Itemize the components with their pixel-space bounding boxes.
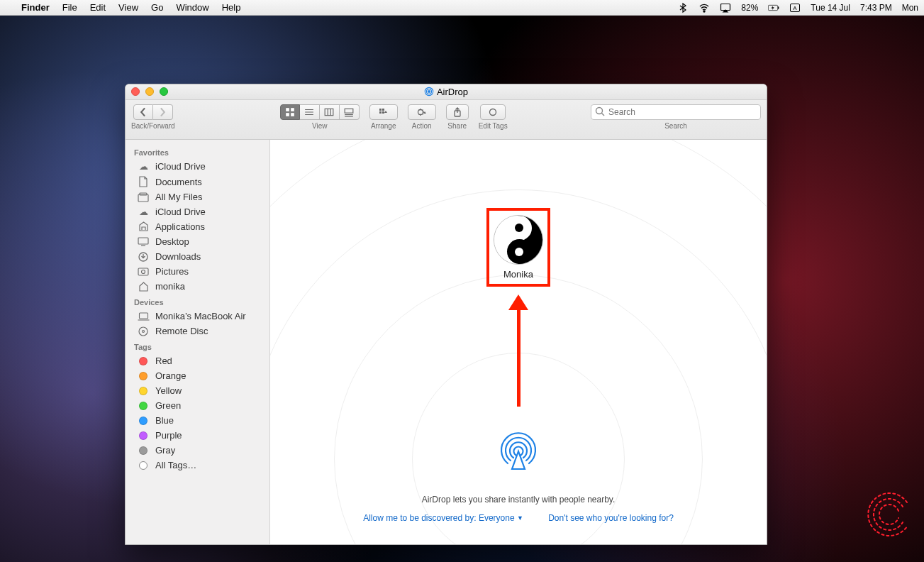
menu-view[interactable]: View xyxy=(118,2,138,13)
menubar-overflow-text: Mon xyxy=(902,3,918,13)
watermark-logo-icon xyxy=(866,490,915,539)
svg-point-40 xyxy=(139,327,147,336)
bluetooth-icon[interactable] xyxy=(677,2,689,13)
svg-rect-9 xyxy=(286,108,289,111)
sidebar-tag-purple[interactable]: Purple xyxy=(126,428,269,443)
sidebar-tag-orange[interactable]: Orange xyxy=(126,368,269,383)
window-minimize-button[interactable] xyxy=(145,87,154,96)
sidebar-item-desktop[interactable]: Desktop xyxy=(126,234,269,249)
annotation-arrow xyxy=(508,294,528,407)
sidebar-item-all-tags[interactable]: All Tags… xyxy=(126,458,269,473)
action-label: Action xyxy=(412,122,432,130)
sidebar-item-macbook[interactable]: Monika’s MacBook Air xyxy=(126,309,269,324)
arrange-label: Arrange xyxy=(371,122,396,130)
arrange-button[interactable] xyxy=(369,104,398,120)
view-coverflow-button[interactable] xyxy=(340,104,360,120)
applications-icon xyxy=(137,221,150,232)
home-icon xyxy=(137,282,150,292)
downloads-icon xyxy=(137,252,150,262)
airdrop-recipient-name: Monika xyxy=(503,269,533,280)
svg-rect-11 xyxy=(286,113,289,116)
back-forward-label: Back/Forward xyxy=(131,122,175,130)
window-zoom-button[interactable] xyxy=(160,87,168,96)
tag-dot-icon xyxy=(139,446,147,455)
input-source-icon[interactable]: A xyxy=(789,2,801,13)
window-titlebar[interactable]: AirDrop xyxy=(126,84,767,100)
cloud-icon: ☁︎ xyxy=(137,206,150,217)
view-icon-button[interactable] xyxy=(280,104,300,120)
svg-rect-1 xyxy=(721,4,730,10)
sidebar-item-downloads[interactable]: Downloads xyxy=(126,249,269,264)
sidebar-tag-yellow[interactable]: Yellow xyxy=(126,383,269,398)
finder-window: AirDrop Back/Forward View Arrange xyxy=(125,84,767,545)
svg-rect-36 xyxy=(138,268,148,275)
edit-tags-button[interactable] xyxy=(480,104,506,120)
svg-rect-10 xyxy=(291,108,294,111)
sidebar-item-remote-disc[interactable]: Remote Disc xyxy=(126,324,269,338)
menu-file[interactable]: File xyxy=(62,2,77,13)
sidebar-tag-red[interactable]: Red xyxy=(126,353,269,368)
airdrop-recipient[interactable]: Monika xyxy=(486,208,550,287)
document-icon xyxy=(137,176,150,187)
all-files-icon xyxy=(137,192,150,202)
search-label: Search xyxy=(664,122,687,130)
airdrop-content: Monika AirDrop lets you share instantly … xyxy=(270,140,767,544)
svg-rect-3 xyxy=(778,6,779,9)
menu-window[interactable]: Window xyxy=(176,2,208,13)
window-close-button[interactable] xyxy=(131,87,140,96)
back-button[interactable] xyxy=(133,104,153,120)
svg-point-0 xyxy=(703,11,705,12)
not-found-link[interactable]: Don't see who you're looking for? xyxy=(548,513,674,523)
battery-percent[interactable]: 82% xyxy=(741,3,758,13)
sidebar-tag-green[interactable]: Green xyxy=(126,398,269,413)
svg-point-37 xyxy=(142,270,145,273)
active-app-name[interactable]: Finder xyxy=(21,2,50,13)
airdrop-info-text: AirDrop lets you share instantly with pe… xyxy=(270,495,767,505)
forward-button[interactable] xyxy=(153,104,173,120)
menubar-date[interactable]: Tue 14 Jul xyxy=(811,3,850,13)
action-button[interactable] xyxy=(408,104,436,120)
tag-dot-icon xyxy=(139,357,147,365)
menu-edit[interactable]: Edit xyxy=(90,2,106,13)
battery-icon[interactable] xyxy=(768,2,779,13)
window-title: AirDrop xyxy=(424,87,468,97)
sidebar-item-pictures[interactable]: Pictures xyxy=(126,264,269,279)
sidebar-item-icloud-drive-2[interactable]: ☁︎iCloud Drive xyxy=(126,204,269,219)
sidebar-tag-gray[interactable]: Gray xyxy=(126,443,269,458)
menu-go[interactable]: Go xyxy=(151,2,163,13)
view-columns-button[interactable] xyxy=(320,104,340,120)
discoverability-dropdown[interactable]: Allow me to be discovered by: Everyone ▼ xyxy=(363,513,523,523)
sidebar-item-icloud-drive[interactable]: ☁︎iCloud Drive xyxy=(126,159,269,174)
svg-rect-38 xyxy=(139,313,147,319)
view-list-button[interactable] xyxy=(300,104,320,120)
svg-rect-19 xyxy=(345,109,353,113)
sidebar-item-home[interactable]: monika xyxy=(126,279,269,294)
cloud-icon: ☁︎ xyxy=(137,161,150,172)
svg-rect-12 xyxy=(291,113,294,116)
svg-point-26 xyxy=(418,110,423,115)
sidebar-item-applications[interactable]: Applications xyxy=(126,219,269,234)
user-avatar-yinyang-icon xyxy=(494,215,543,265)
search-input[interactable] xyxy=(591,104,761,120)
wifi-icon[interactable] xyxy=(698,2,710,13)
disc-icon xyxy=(137,326,150,336)
svg-point-29 xyxy=(596,108,603,114)
chevron-down-icon: ▼ xyxy=(517,514,523,522)
laptop-icon xyxy=(137,312,150,321)
tag-dot-icon xyxy=(139,387,147,395)
sidebar-item-all-my-files[interactable]: All My Files xyxy=(126,189,269,204)
menubar-time[interactable]: 7:43 PM xyxy=(860,3,892,13)
sidebar-item-documents[interactable]: Documents xyxy=(126,174,269,189)
search-icon xyxy=(595,106,605,119)
svg-rect-16 xyxy=(325,109,333,115)
tag-dot-icon xyxy=(139,372,147,380)
svg-point-28 xyxy=(490,109,496,116)
menu-help[interactable]: Help xyxy=(222,2,241,13)
tags-header: Tags xyxy=(126,338,269,353)
svg-rect-24 xyxy=(379,111,382,114)
share-button[interactable] xyxy=(446,104,469,120)
airplay-icon[interactable] xyxy=(720,2,731,13)
sidebar-tag-blue[interactable]: Blue xyxy=(126,413,269,428)
tag-dot-icon xyxy=(139,417,147,425)
desktop-icon xyxy=(137,237,150,246)
